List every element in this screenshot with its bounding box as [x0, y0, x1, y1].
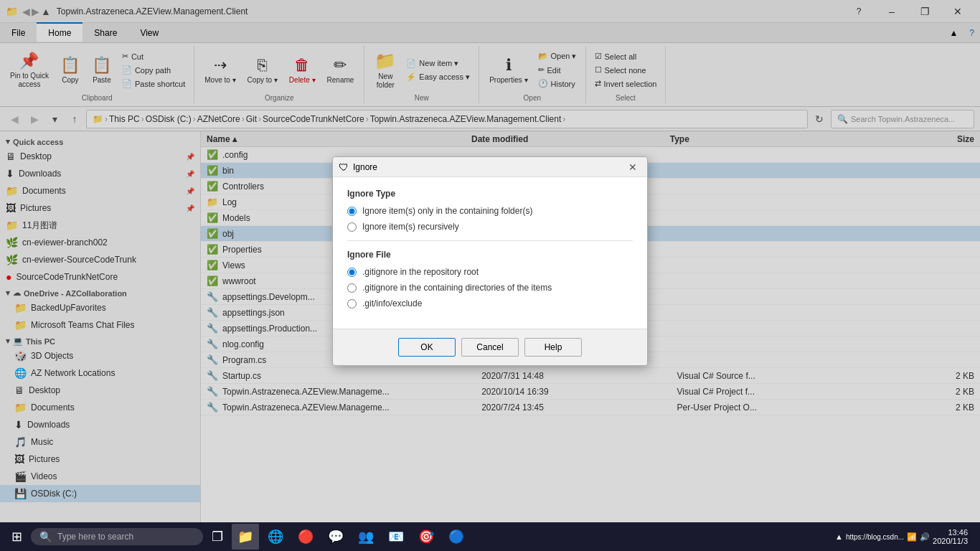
- dialog-close-button[interactable]: ✕: [624, 159, 641, 176]
- app4-taskbar-button[interactable]: 🔵: [443, 524, 470, 550]
- clock: 13:46 2020/11/3: [933, 528, 968, 545]
- label-repo-root: .gitignore in the repository root: [362, 267, 479, 277]
- dialog-cancel-button[interactable]: Cancel: [461, 338, 519, 357]
- app2-taskbar-button[interactable]: 💬: [322, 524, 349, 550]
- dialog-overlay: 🛡 Ignore ✕ Ignore Type Ignore item(s) on…: [0, 0, 980, 522]
- ignore-dialog: 🛡 Ignore ✕ Ignore Type Ignore item(s) on…: [332, 156, 648, 366]
- ignore-only-containing[interactable]: Ignore item(s) only in the containing fo…: [347, 206, 633, 216]
- label-recursively: Ignore item(s) recursively: [362, 222, 459, 232]
- system-tray: ▲ https://blog.csdn... 📶 🔊 13:46 2020/11…: [835, 528, 974, 545]
- ignore-recursively[interactable]: Ignore item(s) recursively: [347, 222, 633, 232]
- label-only-containing: Ignore item(s) only in the containing fo…: [362, 206, 532, 216]
- taskbar: ⊞ 🔍 ❐ 📁 🌐 🔴 💬 👥 📧 🎯 🔵 ▲ https://blog.csd…: [0, 522, 980, 551]
- app1-taskbar-button[interactable]: 🔴: [292, 524, 319, 550]
- tray-text: https://blog.csdn...: [846, 533, 904, 541]
- ignore-file-title: Ignore File: [347, 250, 633, 260]
- ignore-file-group: .gitignore in the repository root .gitig…: [347, 267, 633, 309]
- radio-repo-root[interactable]: [347, 268, 357, 277]
- dialog-footer: OK Cancel Help: [333, 329, 647, 365]
- taskbar-search-input[interactable]: [57, 532, 187, 542]
- dialog-ok-button[interactable]: OK: [398, 338, 456, 357]
- radio-git-info[interactable]: [347, 299, 357, 309]
- chrome-taskbar-button[interactable]: 🌐: [262, 524, 289, 550]
- tray-chevron[interactable]: ▲: [835, 532, 843, 541]
- ignore-type-title: Ignore Type: [347, 189, 633, 199]
- ignore-git-info[interactable]: .git/info/exclude: [347, 298, 633, 309]
- radio-containing-dirs[interactable]: [347, 283, 357, 293]
- label-containing-dirs: .gitignore in the containing directories…: [362, 283, 552, 293]
- dialog-divider-1: [347, 240, 633, 241]
- dialog-help-button[interactable]: Help: [524, 338, 582, 357]
- clock-date: 2020/11/3: [933, 537, 968, 545]
- ignore-type-group: Ignore item(s) only in the containing fo…: [347, 206, 633, 232]
- tray-network: 📶: [907, 532, 917, 542]
- ignore-containing-dirs[interactable]: .gitignore in the containing directories…: [347, 283, 633, 293]
- task-view-button[interactable]: ❐: [206, 524, 229, 550]
- start-button[interactable]: ⊞: [6, 524, 28, 550]
- taskbar-search[interactable]: 🔍: [31, 528, 203, 545]
- ignore-repo-root[interactable]: .gitignore in the repository root: [347, 267, 633, 277]
- dialog-title-bar: 🛡 Ignore ✕: [333, 157, 647, 177]
- radio-only-containing[interactable]: [347, 207, 357, 216]
- tray-sound: 🔊: [920, 532, 930, 542]
- radio-recursively[interactable]: [347, 222, 357, 232]
- app3-taskbar-button[interactable]: 🎯: [413, 524, 440, 550]
- label-git-info: .git/info/exclude: [362, 298, 422, 309]
- dialog-title: Ignore: [353, 162, 624, 172]
- taskbar-search-icon: 🔍: [39, 531, 52, 542]
- explorer-taskbar-button[interactable]: 📁: [232, 524, 259, 550]
- clock-time: 13:46: [933, 528, 968, 537]
- dialog-body: Ignore Type Ignore item(s) only in the c…: [333, 177, 647, 329]
- dialog-icon: 🛡: [339, 161, 349, 173]
- outlook-taskbar-button[interactable]: 📧: [382, 524, 410, 550]
- teams-taskbar-button[interactable]: 👥: [352, 524, 380, 550]
